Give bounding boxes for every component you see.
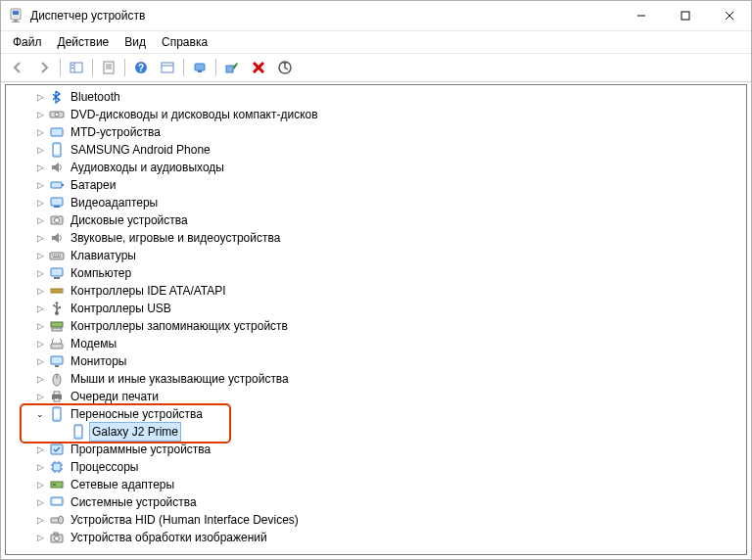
tree-node-galaxy-j2-prime[interactable]: Galaxy J2 Prime xyxy=(33,423,746,441)
tree-label: MTD-устройства xyxy=(69,123,163,141)
tree-node-imaging-devices[interactable]: ▷ Устройства обработки изображений xyxy=(33,529,746,546)
svg-rect-57 xyxy=(52,328,62,331)
window-controls xyxy=(619,1,751,30)
enable-device-button[interactable] xyxy=(219,56,245,79)
svg-rect-67 xyxy=(54,409,60,418)
expand-toggle[interactable]: ▷ xyxy=(33,390,47,403)
tree-node-display-adapters[interactable]: ▷ Видеоадаптеры xyxy=(33,194,746,211)
svg-rect-59 xyxy=(51,356,63,364)
expand-toggle-placeholder xyxy=(55,425,69,439)
tree-node-mtd[interactable]: ▷ MTD-устройства xyxy=(33,123,746,141)
scan-hardware-button[interactable] xyxy=(187,56,212,79)
svg-rect-64 xyxy=(54,392,60,395)
tree-node-bluetooth[interactable]: ▷ Bluetooth xyxy=(33,88,746,106)
svg-rect-5 xyxy=(682,12,689,20)
expand-toggle[interactable]: ▷ xyxy=(33,460,47,474)
expand-toggle[interactable]: ▷ xyxy=(33,196,47,210)
collapse-toggle[interactable]: ⌄ xyxy=(33,407,47,421)
tree-node-hid-devices[interactable]: ▷ Устройства HID (Human Interface Device… xyxy=(33,511,746,529)
monitor-icon xyxy=(49,353,65,369)
svg-rect-39 xyxy=(54,255,55,256)
tree-node-portable-devices[interactable]: ⌄ Переносные устройства xyxy=(33,405,746,423)
svg-rect-10 xyxy=(71,65,73,66)
tree-node-keyboards[interactable]: ▷ Клавиатуры xyxy=(33,247,746,264)
tree-node-ide-controllers[interactable]: ▷ Контроллеры IDE ATA/ATAPI xyxy=(33,282,746,300)
tree-node-batteries[interactable]: ▷ Батареи xyxy=(33,176,746,194)
tree-label: Контроллеры запоминающих устройств xyxy=(69,317,290,335)
expand-toggle[interactable]: ▷ xyxy=(33,90,47,104)
tree-node-monitors[interactable]: ▷ Мониторы xyxy=(33,352,746,370)
svg-point-36 xyxy=(55,218,60,223)
expand-toggle[interactable]: ▷ xyxy=(33,478,47,491)
expand-toggle[interactable]: ▷ xyxy=(33,125,47,139)
back-button[interactable] xyxy=(5,56,30,79)
svg-rect-11 xyxy=(71,68,73,69)
expand-toggle[interactable]: ▷ xyxy=(33,231,47,245)
tree-node-samsung-phone[interactable]: ▷ SAMSUNG Android Phone xyxy=(33,141,746,159)
usb-icon xyxy=(49,301,65,316)
expand-toggle[interactable]: ▷ xyxy=(33,495,47,509)
expand-toggle[interactable]: ▷ xyxy=(33,337,47,350)
expand-toggle[interactable]: ▷ xyxy=(33,354,47,368)
expand-toggle[interactable]: ▷ xyxy=(33,443,47,456)
storage-controller-icon xyxy=(49,318,65,334)
tree-node-computer[interactable]: ▷ Компьютер xyxy=(33,264,746,282)
expand-toggle[interactable]: ▷ xyxy=(33,513,47,527)
expand-toggle[interactable]: ▷ xyxy=(33,143,47,157)
battery-icon xyxy=(49,177,65,193)
expand-toggle[interactable]: ▷ xyxy=(33,531,47,544)
device-tree[interactable]: ▷ Bluetooth ▷ DVD-дисководы и дисководы … xyxy=(6,85,746,554)
properties-button[interactable] xyxy=(96,56,121,79)
tree-label: Звуковые, игровые и видеоустройства xyxy=(69,229,282,247)
expand-toggle[interactable]: ▷ xyxy=(33,284,47,298)
expand-toggle[interactable]: ▷ xyxy=(33,249,47,262)
expand-toggle[interactable]: ▷ xyxy=(33,108,47,121)
modem-icon xyxy=(49,336,65,351)
tree-label: Мыши и иные указывающие устройства xyxy=(69,370,291,388)
expand-toggle[interactable]: ▷ xyxy=(33,319,47,333)
expand-toggle[interactable]: ▷ xyxy=(33,178,47,192)
tree-node-network-adapters[interactable]: ▷ Сетевые адаптеры xyxy=(33,476,746,493)
disk-drive-icon xyxy=(49,212,65,228)
svg-rect-37 xyxy=(50,253,64,259)
tree-node-modems[interactable]: ▷ Модемы xyxy=(33,335,746,352)
tree-label: Аудиовходы и аудиовыходы xyxy=(69,159,226,176)
expand-toggle[interactable]: ▷ xyxy=(33,372,47,386)
tree-node-usb-controllers[interactable]: ▷ Контроллеры USB xyxy=(33,300,746,317)
forward-button[interactable] xyxy=(31,56,57,79)
tree-node-dvd[interactable]: ▷ DVD-дисководы и дисководы компакт-диск… xyxy=(33,106,746,123)
help-button[interactable]: ? xyxy=(128,56,154,79)
tree-node-audio-io[interactable]: ▷ Аудиовходы и аудиовыходы xyxy=(33,159,746,176)
close-button[interactable] xyxy=(707,1,751,30)
tree-node-sound-game-video[interactable]: ▷ Звуковые, игровые и видеоустройства xyxy=(33,229,746,247)
expand-toggle[interactable]: ▷ xyxy=(33,213,47,227)
processor-icon xyxy=(49,459,65,475)
minimize-button[interactable] xyxy=(619,1,663,30)
tree-node-system-devices[interactable]: ▷ Системные устройства xyxy=(33,493,746,511)
tree-node-mice[interactable]: ▷ Мыши и иные указывающие устройства xyxy=(33,370,746,388)
tree-label: Компьютер xyxy=(69,264,133,282)
tree-node-processors[interactable]: ▷ Процессоры xyxy=(33,458,746,476)
svg-rect-31 xyxy=(51,182,62,188)
tree-node-print-queues[interactable]: ▷ Очереди печати xyxy=(33,388,746,405)
svg-rect-88 xyxy=(54,533,58,535)
tree-node-software-devices[interactable]: ▷ Программные устройства xyxy=(33,441,746,458)
menu-help[interactable]: Справка xyxy=(154,33,215,51)
maximize-button[interactable] xyxy=(663,1,707,30)
tree-label: Мониторы xyxy=(69,352,128,370)
menu-file[interactable]: Файл xyxy=(5,33,50,51)
expand-toggle[interactable]: ▷ xyxy=(33,161,47,174)
expand-toggle[interactable]: ▷ xyxy=(33,266,47,280)
svg-rect-12 xyxy=(104,62,114,73)
action-button[interactable] xyxy=(155,56,180,79)
update-driver-button[interactable] xyxy=(272,56,298,79)
ide-controller-icon xyxy=(49,283,65,299)
show-hide-tree-button[interactable] xyxy=(64,56,89,79)
menu-view[interactable]: Вид xyxy=(117,33,154,51)
uninstall-device-button[interactable] xyxy=(246,56,271,79)
svg-rect-58 xyxy=(51,344,63,349)
tree-node-disk-drives[interactable]: ▷ Дисковые устройства xyxy=(33,211,746,229)
menu-action[interactable]: Действие xyxy=(50,33,118,51)
expand-toggle[interactable]: ▷ xyxy=(33,302,47,315)
tree-node-storage-controllers[interactable]: ▷ Контроллеры запоминающих устройств xyxy=(33,317,746,335)
